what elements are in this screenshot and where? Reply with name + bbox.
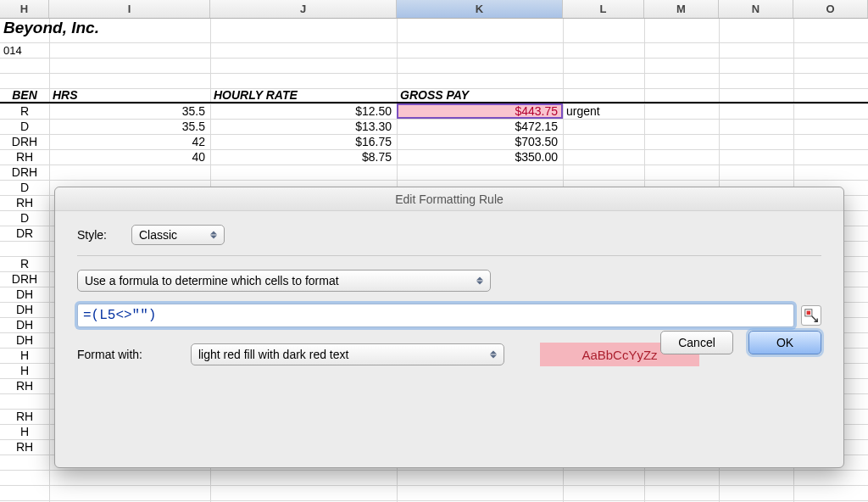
- cell[interactable]: DH085: [0, 287, 49, 302]
- cell[interactable]: [210, 165, 397, 180]
- format-with-value: light red fill with dark red text: [198, 348, 348, 361]
- cell[interactable]: DRH083: [0, 165, 49, 180]
- cell[interactable]: D083: [0, 210, 49, 226]
- cell[interactable]: [644, 88, 719, 102]
- cell[interactable]: R084: [0, 256, 49, 271]
- cell[interactable]: [719, 88, 793, 102]
- cell[interactable]: [397, 19, 563, 42]
- cell[interactable]: $443.75: [397, 103, 563, 119]
- page-title: Beyond, Inc.: [3, 19, 99, 37]
- cell[interactable]: [644, 119, 719, 134]
- cell[interactable]: H087: [0, 363, 49, 378]
- cell[interactable]: DR090: [0, 226, 49, 241]
- formula-input[interactable]: [77, 304, 794, 327]
- cell[interactable]: $16.75: [210, 134, 397, 149]
- cell[interactable]: R086: [0, 103, 49, 119]
- cell[interactable]: GROSS PAY: [397, 88, 563, 102]
- format-with-select[interactable]: light red fill with dark red text: [191, 343, 504, 365]
- cell[interactable]: [563, 88, 644, 102]
- cell[interactable]: [719, 19, 793, 42]
- cell[interactable]: 083: [0, 241, 49, 256]
- cell[interactable]: D085: [0, 119, 49, 134]
- cell[interactable]: [793, 149, 868, 165]
- cell[interactable]: [644, 19, 719, 42]
- cell[interactable]: [210, 19, 397, 42]
- cell[interactable]: [49, 165, 210, 180]
- cell[interactable]: $8.75: [210, 149, 397, 165]
- cell[interactable]: [563, 149, 644, 165]
- column-header-H[interactable]: H: [0, 0, 49, 18]
- cell[interactable]: 086: [0, 393, 49, 409]
- column-header-K[interactable]: K: [397, 0, 563, 18]
- cell[interactable]: DH088: [0, 302, 49, 317]
- cell[interactable]: [563, 165, 644, 180]
- column-header-I[interactable]: I: [49, 0, 210, 18]
- column-header-J[interactable]: J: [210, 0, 397, 18]
- cell[interactable]: BEN: [0, 88, 49, 102]
- column-header-O[interactable]: O: [793, 0, 868, 18]
- cell[interactable]: DRH090: [0, 271, 49, 287]
- column-header-N[interactable]: N: [719, 0, 793, 18]
- chevron-updown-icon: [488, 351, 498, 359]
- cell[interactable]: [210, 42, 397, 58]
- cell[interactable]: $13.30: [210, 119, 397, 134]
- column-header-L[interactable]: L: [563, 0, 644, 18]
- cell[interactable]: [793, 19, 868, 42]
- cell[interactable]: DRH090: [0, 134, 49, 149]
- cell[interactable]: [793, 165, 868, 180]
- cell[interactable]: [793, 42, 868, 58]
- cell[interactable]: RH081: [0, 378, 49, 393]
- cell[interactable]: [563, 19, 644, 42]
- cell[interactable]: RH089: [0, 195, 49, 210]
- cell[interactable]: [563, 119, 644, 134]
- cell[interactable]: 42: [49, 134, 210, 149]
- cell[interactable]: [644, 134, 719, 149]
- column-header-M[interactable]: M: [644, 0, 719, 18]
- cell[interactable]: [793, 88, 868, 102]
- cell[interactable]: 35.5: [49, 119, 210, 134]
- cell[interactable]: RH084: [0, 409, 49, 424]
- cell[interactable]: [793, 119, 868, 134]
- cell[interactable]: RH088: [0, 149, 49, 165]
- cell[interactable]: 40: [49, 149, 210, 165]
- cell[interactable]: DH083: [0, 332, 49, 348]
- cell[interactable]: [719, 119, 793, 134]
- cell[interactable]: [719, 42, 793, 58]
- cell[interactable]: [719, 103, 793, 119]
- cell[interactable]: [397, 42, 563, 58]
- cell[interactable]: HOURLY RATE: [210, 88, 397, 102]
- cancel-button[interactable]: Cancel: [660, 331, 733, 354]
- chevron-updown-icon: [475, 277, 485, 285]
- cell[interactable]: $12.50: [210, 103, 397, 119]
- cell[interactable]: [644, 149, 719, 165]
- cell[interactable]: HRS: [49, 88, 210, 102]
- cell[interactable]: [793, 103, 868, 119]
- cell[interactable]: H085: [0, 348, 49, 363]
- cell[interactable]: D087: [0, 180, 49, 195]
- cell[interactable]: RH081: [0, 439, 49, 455]
- cell[interactable]: [563, 42, 644, 58]
- cell[interactable]: urgent: [563, 103, 644, 119]
- cell[interactable]: 014: [0, 42, 49, 58]
- cell[interactable]: [644, 103, 719, 119]
- cell[interactable]: $472.15: [397, 119, 563, 134]
- cell[interactable]: [644, 42, 719, 58]
- cell[interactable]: [563, 134, 644, 149]
- cell[interactable]: 35.5: [49, 103, 210, 119]
- cell[interactable]: [49, 42, 210, 58]
- cell[interactable]: [397, 165, 563, 180]
- cell[interactable]: H084: [0, 424, 49, 439]
- cell[interactable]: [719, 165, 793, 180]
- ok-button[interactable]: OK: [748, 331, 821, 354]
- cell[interactable]: [793, 134, 868, 149]
- cell[interactable]: [719, 149, 793, 165]
- cell[interactable]: DH087: [0, 317, 49, 332]
- cell[interactable]: $350.00: [397, 149, 563, 165]
- cell[interactable]: [644, 165, 719, 180]
- cell[interactable]: [719, 134, 793, 149]
- rule-type-select[interactable]: Use a formula to determine which cells t…: [77, 270, 491, 292]
- cell[interactable]: $703.50: [397, 134, 563, 149]
- dialog-title: Edit Formatting Rule: [55, 187, 843, 211]
- range-picker-button[interactable]: [801, 305, 821, 326]
- style-select[interactable]: Classic: [131, 225, 225, 245]
